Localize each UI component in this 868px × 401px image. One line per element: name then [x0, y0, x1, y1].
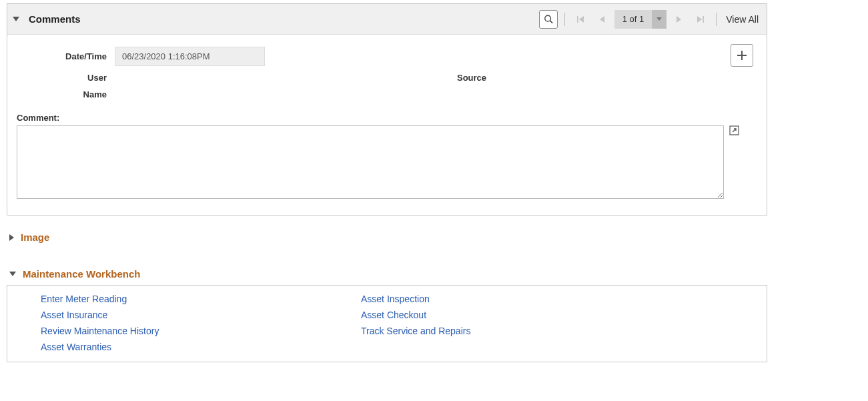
expand-textarea-button[interactable]	[729, 125, 739, 135]
svg-line-1	[550, 21, 552, 23]
svg-marker-6	[677, 16, 681, 23]
svg-marker-4	[600, 16, 604, 23]
first-page-icon	[577, 15, 585, 23]
search-icon	[544, 14, 553, 24]
page-indicator-text: 1 of 1	[614, 14, 653, 24]
image-section-title: Image	[21, 232, 49, 243]
user-label: User	[17, 73, 107, 83]
chevron-down-icon[interactable]	[13, 17, 19, 21]
workbench-links-left: Enter Meter Reading Asset Insurance Revi…	[41, 294, 361, 352]
comment-label: Comment:	[17, 113, 757, 123]
chevron-left-icon	[599, 15, 606, 23]
last-page-button[interactable]	[691, 10, 709, 29]
link-asset-insurance[interactable]: Asset Insurance	[41, 310, 361, 320]
chevron-down-icon	[9, 272, 16, 276]
first-page-button[interactable]	[572, 10, 590, 29]
link-track-service-repairs[interactable]: Track Service and Repairs	[361, 326, 470, 336]
chevron-down-icon	[657, 17, 662, 21]
workbench-links-right: Asset Inspection Asset Checkout Track Se…	[361, 294, 470, 352]
link-asset-checkout[interactable]: Asset Checkout	[361, 310, 470, 320]
datetime-label: Date/Time	[17, 51, 107, 61]
source-label: Source	[457, 73, 486, 83]
grid-toolbar: 1 of 1	[539, 10, 761, 29]
image-section-toggle[interactable]: Image	[9, 232, 767, 243]
svg-marker-3	[579, 16, 584, 23]
page-dropdown[interactable]	[652, 10, 667, 29]
page-indicator[interactable]: 1 of 1	[614, 10, 667, 29]
chevron-right-icon	[675, 15, 682, 23]
toolbar-divider	[564, 13, 565, 26]
link-asset-inspection[interactable]: Asset Inspection	[361, 294, 470, 304]
comments-title: Comments	[29, 13, 81, 25]
link-review-maintenance-history[interactable]: Review Maintenance History	[41, 326, 361, 336]
add-row-button[interactable]	[731, 44, 753, 67]
svg-rect-8	[703, 16, 705, 23]
link-asset-warranties[interactable]: Asset Warranties	[41, 342, 361, 352]
svg-marker-5	[657, 17, 662, 21]
chevron-right-icon	[9, 234, 14, 241]
view-all-link[interactable]: View All	[726, 14, 759, 25]
svg-point-0	[544, 15, 550, 21]
prev-page-button[interactable]	[593, 10, 612, 29]
svg-marker-7	[697, 16, 702, 23]
datetime-value: 06/23/2020 1:16:08PM	[115, 47, 265, 66]
svg-rect-10	[737, 55, 747, 56]
workbench-box: Enter Meter Reading Asset Insurance Revi…	[7, 285, 767, 362]
next-page-button[interactable]	[669, 10, 688, 29]
name-label: Name	[17, 89, 107, 99]
comments-body: Date/Time 06/23/2020 1:16:08PM User Name…	[7, 35, 767, 215]
comments-section: Comments	[7, 3, 767, 216]
comment-textarea[interactable]	[17, 125, 724, 199]
toolbar-divider	[716, 13, 717, 26]
comments-header: Comments	[7, 4, 767, 35]
workbench-section-title: Maintenance Workbench	[23, 268, 140, 280]
plus-icon	[737, 50, 747, 61]
search-button[interactable]	[539, 10, 558, 29]
link-enter-meter-reading[interactable]: Enter Meter Reading	[41, 294, 361, 304]
workbench-section-toggle[interactable]: Maintenance Workbench	[9, 268, 767, 280]
svg-rect-2	[577, 16, 578, 23]
expand-icon	[729, 125, 739, 135]
last-page-icon	[696, 15, 704, 23]
